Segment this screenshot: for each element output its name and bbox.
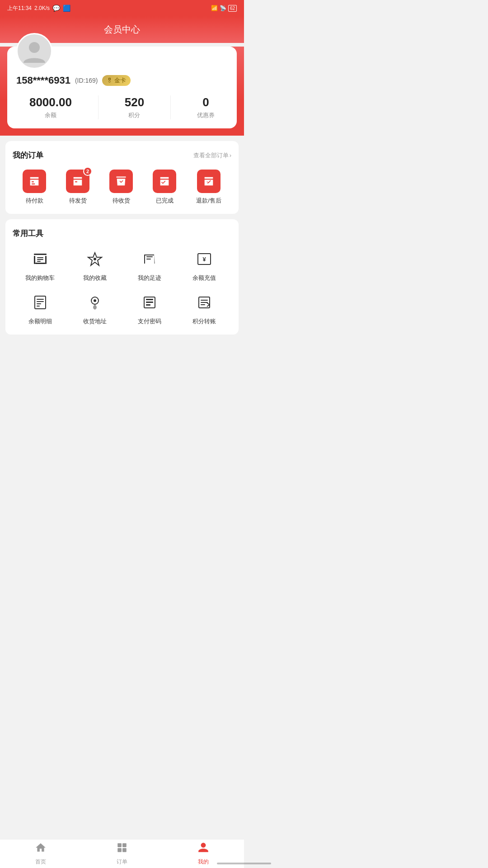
tool-label-recharge: 余额充值	[192, 274, 216, 282]
order-label-3: 已完成	[156, 197, 174, 205]
tool-label-pay-password: 支付密码	[138, 317, 161, 326]
stats-row: 8000.00 余额 520 积分 0 优惠券	[16, 95, 228, 119]
pending-ship-icon-box: 2	[66, 170, 89, 193]
wechat-icon: 💬	[52, 5, 60, 12]
tool-label-cart: 我的购物车	[25, 274, 55, 282]
order-item-pending-payment[interactable]: 待付款	[23, 170, 46, 205]
svg-rect-23	[146, 302, 153, 303]
main-content: 我的订单 查看全部订单 › 待付款	[0, 141, 244, 376]
order-item-pending-receive[interactable]: 待收货	[109, 170, 133, 205]
svg-point-0	[29, 42, 40, 53]
svg-rect-24	[146, 304, 150, 306]
stat-points[interactable]: 520 积分	[125, 95, 144, 119]
tool-address[interactable]: 收货地址	[67, 291, 122, 326]
points-value: 520	[125, 95, 144, 109]
svg-rect-14	[35, 296, 46, 309]
profile-section: 158****6931 (ID:169) 🎖 金卡 8000.00 余额 520…	[0, 47, 244, 136]
view-all-label: 查看全部订单	[193, 151, 229, 160]
tool-label-favorites: 我的收藏	[83, 274, 107, 282]
tool-label-balance-detail: 余额明细	[28, 317, 52, 326]
svg-rect-1	[34, 254, 47, 255]
order-item-refund[interactable]: 退款/售后	[196, 170, 221, 205]
tool-pay-password[interactable]: 支付密码	[122, 291, 177, 326]
svg-rect-4	[35, 263, 45, 264]
stat-coupons[interactable]: 0 优惠券	[197, 95, 215, 119]
svg-rect-10	[146, 256, 153, 257]
svg-point-20	[94, 299, 96, 302]
signal-icon: 📶	[211, 5, 218, 11]
stat-balance[interactable]: 8000.00 余额	[29, 95, 72, 119]
points-label: 积分	[125, 111, 144, 119]
stat-divider-2	[170, 95, 171, 119]
order-label-0: 待付款	[26, 197, 43, 205]
settings-icon[interactable]	[226, 47, 237, 60]
tool-label-address: 收货地址	[83, 317, 107, 326]
avatar[interactable]	[16, 33, 52, 69]
svg-rect-28	[201, 304, 205, 305]
tool-favorites[interactable]: 我的收藏	[67, 248, 122, 282]
tool-recharge[interactable]: ¥ 余额充值	[177, 248, 231, 282]
tools-header: 常用工具	[13, 228, 231, 239]
order-label-2: 待收货	[113, 197, 130, 205]
pending-payment-icon-box	[23, 170, 46, 193]
member-badge-icon: 🎖	[107, 77, 113, 84]
svg-rect-18	[37, 306, 40, 307]
tools-grid: 我的购物车 我的收藏	[13, 248, 231, 326]
favorites-icon	[84, 248, 106, 270]
refund-icon-box	[197, 170, 221, 193]
svg-rect-7	[37, 261, 41, 262]
svg-rect-26	[201, 300, 208, 301]
orders-header: 我的订单 查看全部订单 ›	[13, 150, 231, 160]
msg-icon: 🟦	[63, 5, 70, 12]
order-item-pending-ship[interactable]: 2 待发货	[66, 170, 89, 205]
tool-footprint[interactable]: 我的足迹	[122, 248, 177, 282]
svg-rect-16	[37, 301, 44, 302]
balance-value: 8000.00	[29, 95, 72, 109]
user-id: (ID:169)	[75, 77, 98, 84]
status-left: 上午11:34 2.0K/s 💬 🟦	[7, 5, 70, 12]
order-label-1: 待发货	[69, 197, 87, 205]
pay-password-icon	[138, 291, 161, 314]
tool-points-transfer[interactable]: 积分转账	[177, 291, 231, 326]
address-icon	[84, 291, 106, 314]
cart-icon	[29, 248, 52, 270]
coupons-value: 0	[197, 95, 215, 109]
points-transfer-icon	[193, 291, 216, 314]
completed-icon-box	[153, 170, 176, 193]
tool-label-points-transfer: 积分转账	[192, 317, 216, 326]
user-info: 158****6931 (ID:169) 🎖 金卡	[16, 75, 228, 86]
wifi-icon: 📡	[220, 5, 226, 11]
tools-title: 常用工具	[13, 228, 43, 239]
svg-rect-15	[37, 299, 44, 300]
view-all-orders-link[interactable]: 查看全部订单 ›	[193, 151, 231, 160]
status-right: 📶 📡 62	[211, 5, 237, 12]
recharge-icon: ¥	[193, 248, 216, 270]
profile-card: 158****6931 (ID:169) 🎖 金卡 8000.00 余额 520…	[7, 47, 237, 128]
member-badge: 🎖 金卡	[102, 75, 131, 86]
orders-title: 我的订单	[13, 150, 43, 160]
tool-balance-detail[interactable]: 余额明细	[13, 291, 67, 326]
coupons-label: 优惠券	[197, 111, 215, 119]
footprint-icon	[138, 248, 161, 270]
tools-section: 常用工具 我的购物车	[5, 219, 239, 335]
status-time: 上午11:34	[7, 5, 32, 12]
order-label-4: 退款/售后	[196, 197, 221, 205]
balance-label: 余额	[29, 111, 72, 119]
svg-rect-5	[37, 257, 43, 258]
tool-cart[interactable]: 我的购物车	[13, 248, 67, 282]
svg-rect-22	[146, 299, 153, 300]
battery-icon: 62	[228, 5, 237, 12]
svg-rect-11	[146, 259, 151, 259]
svg-rect-6	[37, 259, 43, 260]
order-item-completed[interactable]: 已完成	[153, 170, 176, 205]
svg-rect-27	[201, 302, 208, 303]
phone-number: 158****6931	[16, 75, 70, 86]
pending-ship-badge: 2	[83, 167, 92, 176]
pending-receive-icon-box	[109, 170, 133, 193]
svg-text:¥: ¥	[202, 256, 206, 263]
status-bar: 上午11:34 2.0K/s 💬 🟦 📶 📡 62	[0, 0, 244, 16]
svg-rect-2	[34, 256, 35, 264]
status-network: 2.0K/s	[34, 5, 50, 11]
svg-rect-3	[45, 256, 47, 264]
tool-label-footprint: 我的足迹	[138, 274, 161, 282]
